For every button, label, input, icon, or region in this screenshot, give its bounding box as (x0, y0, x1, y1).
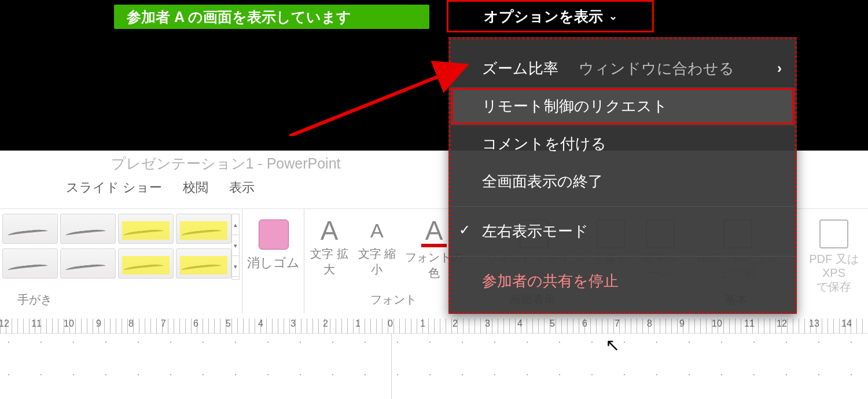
ribbon-tabs: スライド ショー 校閲 表示 (0, 176, 451, 199)
menu-divider (451, 206, 795, 207)
ruler-number: 3 (485, 319, 490, 329)
powerpoint-titlebar: プレゼンテーション1 - PowerPoint (0, 151, 451, 176)
pen-gallery-more[interactable]: ▴▾▾ (231, 214, 240, 280)
ruler-labels: 1211109876543210123456789101112131415 (0, 319, 868, 334)
chevron-down-icon: ⌄ (609, 10, 617, 23)
ruler-number: 1 (420, 319, 425, 329)
ruler-number: 6 (582, 319, 587, 329)
eraser-icon (259, 219, 289, 250)
ruler-number: 10 (64, 319, 74, 329)
font-shrink-button[interactable]: A 文字 縮小 (354, 217, 399, 277)
font-enlarge-label: 文字 拡大 (307, 246, 352, 277)
pdf-icon (819, 219, 848, 248)
ruler-number: 10 (712, 319, 722, 329)
ruler-number: 4 (258, 319, 263, 329)
pen-style[interactable] (60, 248, 116, 279)
ruler-number: 7 (161, 319, 166, 329)
ruler-number: 14 (841, 319, 852, 329)
slide-canvas[interactable] (0, 334, 868, 399)
ruler-number: 7 (615, 319, 620, 329)
tab-review[interactable]: 校閲 (183, 179, 208, 196)
ruler-number: 13 (809, 319, 819, 329)
menu-request-remote-control-label: リモート制御のリクエスト (482, 97, 668, 115)
mouse-cursor-icon: ↖ (605, 335, 620, 355)
ruler-number: 3 (290, 319, 296, 329)
menu-side-by-side[interactable]: ✓ 左右表示モード (451, 213, 795, 250)
chevron-right-icon: › (777, 60, 782, 76)
tab-slideshow[interactable]: スライド ショー (66, 179, 162, 196)
ruler-number: 12 (0, 319, 9, 329)
menu-zoom-value: ウィンドウに合わせる (579, 60, 734, 77)
ruler-number: 2 (323, 319, 328, 329)
annotation-arrow (289, 61, 475, 136)
menu-exit-fullscreen-label: 全画面表示の終了 (482, 173, 603, 190)
pen-style[interactable] (118, 248, 174, 279)
menu-side-by-side-label: 左右表示モード (482, 222, 589, 240)
eraser-button[interactable]: 消しゴム (243, 209, 304, 313)
pdf-xps-button[interactable]: PDF 又は XPS で保存 (800, 209, 868, 313)
ruler-number: 8 (647, 319, 652, 329)
letter-a-small-icon: A (370, 219, 384, 241)
slide-center-guide (391, 334, 392, 399)
viewing-indicator: 参加者 A の画面を表示しています (114, 5, 429, 29)
menu-stop-share[interactable]: 参加者の共有を停止 (451, 262, 795, 300)
pen-style[interactable] (176, 248, 231, 279)
letter-a-big-icon: A (321, 215, 339, 246)
ruler-number: 12 (777, 319, 787, 329)
pen-style[interactable] (2, 248, 58, 279)
font-enlarge-button[interactable]: A 文字 拡大 (307, 217, 352, 277)
view-options-menu: ズーム比率 ウィンドウに合わせる › リモート制御のリクエスト コメントを付ける… (448, 37, 797, 314)
menu-divider (451, 256, 795, 257)
menu-annotate[interactable]: コメントを付ける (451, 125, 795, 163)
font-group: A 文字 拡大 A 文字 縮小 A フォントの色 フォント (307, 209, 457, 313)
ruler-number: 5 (550, 319, 555, 329)
menu-annotate-label: コメントを付ける (482, 135, 606, 152)
menu-zoom-ratio[interactable]: ズーム比率 ウィンドウに合わせる › (451, 50, 795, 87)
view-options-label: オプションを表示 (484, 7, 603, 26)
group-label-font: フォント (370, 292, 417, 308)
ruler-number: 1 (355, 319, 361, 329)
font-shrink-label: 文字 縮小 (354, 246, 399, 277)
pdf-xps-label: PDF 又は XPS で保存 (800, 252, 868, 294)
menu-zoom-label: ズーム比率 (482, 60, 558, 77)
viewing-label: 参加者 A の画面を表示しています (127, 8, 351, 27)
ruler-number: 2 (453, 319, 458, 329)
tab-view[interactable]: 表示 (229, 179, 255, 196)
pen-style[interactable] (176, 214, 231, 244)
menu-stop-share-label: 参加者の共有を停止 (482, 272, 619, 290)
pen-gallery[interactable]: ▴▾▾ 手がき (0, 209, 240, 313)
menu-request-remote-control[interactable]: リモート制御のリクエスト (451, 87, 795, 125)
ruler-number: 0 (388, 319, 393, 329)
ruler-number: 4 (517, 319, 523, 329)
pen-style[interactable] (2, 214, 58, 244)
ruler-number: 9 (679, 319, 685, 329)
eraser-label: 消しゴム (243, 254, 304, 272)
svg-line-0 (289, 67, 463, 136)
check-icon: ✓ (459, 222, 470, 238)
menu-exit-fullscreen[interactable]: 全画面表示の終了 (451, 163, 795, 200)
ruler-number: 6 (193, 319, 198, 329)
ruler-number: 11 (31, 319, 42, 329)
ruler-number: 5 (226, 319, 231, 329)
ruler-number: 11 (744, 319, 755, 329)
pen-style[interactable] (118, 214, 174, 244)
ruler-number: 9 (96, 319, 101, 329)
view-options-button[interactable]: オプションを表示 ⌄ (447, 0, 654, 32)
slide-grid (0, 334, 868, 399)
group-label-handwriting: 手がき (17, 292, 52, 308)
horizontal-ruler[interactable]: 1211109876543210123456789101112131415 (0, 319, 868, 334)
ruler-number: 8 (128, 319, 134, 329)
pen-style[interactable] (60, 214, 116, 244)
ribbon-separator (304, 209, 304, 313)
ribbon-separator (242, 209, 242, 313)
